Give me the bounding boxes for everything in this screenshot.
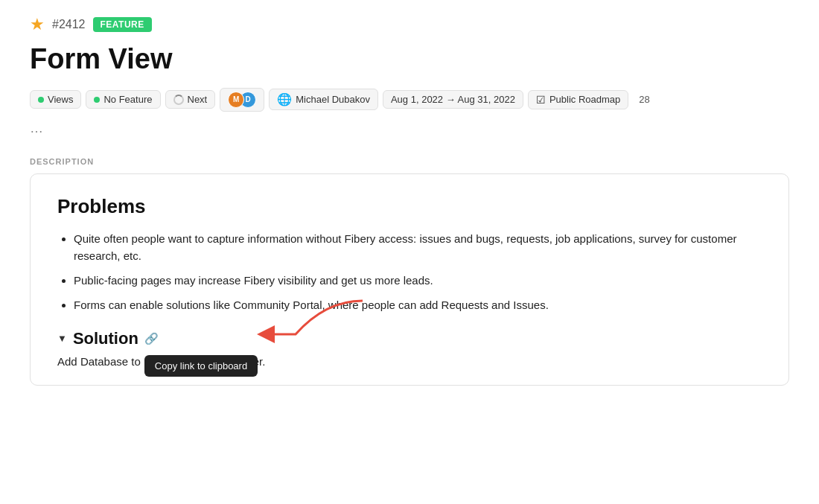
bullet-text-3: Forms can enable solutions like Communit… [74, 299, 549, 311]
no-feature-dot-icon [94, 97, 100, 103]
solution-heading: Solution [73, 329, 138, 348]
solution-row: ▼ Solution 🔗 Copy link to clipboard [57, 329, 762, 348]
issue-number: #2412 [52, 18, 86, 31]
feature-badge[interactable]: FEATURE [93, 17, 152, 32]
avatar-chip[interactable]: M D [220, 88, 264, 112]
no-feature-label: No Feature [103, 94, 152, 105]
next-chip[interactable]: Next [165, 90, 216, 109]
checkbox-icon: ☑ [536, 94, 546, 106]
views-label: Views [48, 94, 73, 105]
views-chip[interactable]: Views [30, 90, 81, 109]
no-feature-chip[interactable]: No Feature [86, 90, 160, 109]
date-range-label: Aug 1, 2022 → Aug 31, 2022 [391, 94, 515, 105]
globe-icon: 🌐 [277, 92, 292, 106]
roadmap-label: Public Roadmap [549, 94, 620, 105]
top-row: ★ #2412 FEATURE [30, 15, 789, 34]
link-icon[interactable]: 🔗 [144, 332, 159, 345]
avatar-1: M [228, 92, 244, 108]
triangle-icon: ▼ [57, 333, 67, 344]
page-title: Form View [30, 43, 789, 76]
next-spinner-icon [173, 95, 184, 105]
solution-text-row: Add Database to make data entry simpler. [57, 353, 762, 370]
link-icon-container[interactable]: 🔗 Copy link to clipboard [144, 332, 159, 345]
solution-text-rest: Database to make data entry simpler. [80, 355, 265, 368]
count-value: 28 [639, 94, 649, 105]
list-item: Forms can enable solutions like Communit… [74, 296, 762, 313]
roadmap-chip[interactable]: ☑ Public Roadmap [528, 90, 628, 109]
assignee-chip[interactable]: 🌐 Michael Dubakov [269, 89, 378, 110]
avatar-stack: M D [228, 92, 256, 108]
bullet-text-2: Public-facing pages may increase Fibery … [74, 274, 433, 287]
list-item: Quite often people want to capture infor… [74, 230, 762, 265]
more-options-button[interactable]: … [30, 118, 789, 139]
next-label: Next [188, 94, 208, 105]
count-badge: 28 [633, 91, 655, 108]
solution-text-prefix: Add [57, 355, 77, 368]
description-card: Problems Quite often people want to capt… [30, 173, 789, 386]
problems-heading: Problems [57, 195, 762, 218]
views-dot-icon [38, 97, 44, 103]
page-container: ★ #2412 FEATURE Form View Views No Featu… [0, 0, 819, 401]
problems-list: Quite often people want to capture infor… [57, 230, 762, 314]
assignee-name: Michael Dubakov [296, 94, 370, 105]
date-range-chip[interactable]: Aug 1, 2022 → Aug 31, 2022 [383, 90, 523, 109]
bullet-text-1: Quite often people want to capture infor… [74, 232, 736, 262]
list-item: Public-facing pages may increase Fibery … [74, 272, 762, 289]
star-icon[interactable]: ★ [30, 15, 45, 34]
meta-row: Views No Feature Next M D 🌐 Michael Duba… [30, 88, 789, 112]
description-section-label: DESCRIPTION [30, 157, 789, 166]
